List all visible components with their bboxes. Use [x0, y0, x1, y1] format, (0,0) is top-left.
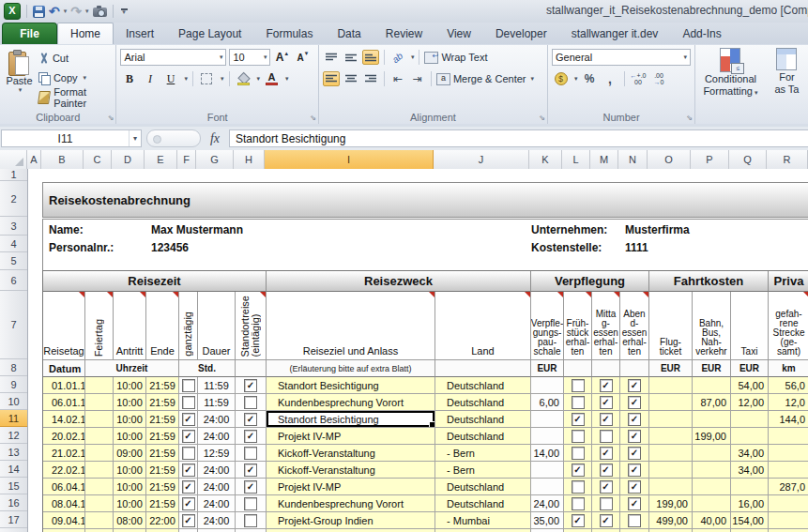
- cell-holiday[interactable]: [85, 495, 114, 512]
- cell-end[interactable]: 21:59: [146, 479, 179, 495]
- cell-end[interactable]: 22:00: [146, 512, 179, 529]
- cell-breakfast[interactable]: [564, 445, 592, 462]
- cell-onsite[interactable]: [236, 394, 267, 411]
- cell-date[interactable]: 06.01.12: [43, 394, 85, 411]
- cell-duration[interactable]: 11:59: [198, 377, 236, 394]
- cell-allday[interactable]: ✓: [179, 512, 198, 529]
- cell-flight[interactable]: [649, 411, 693, 428]
- cell-lunch[interactable]: ✓: [592, 512, 620, 529]
- shrink-font-button[interactable]: A▼: [294, 49, 312, 66]
- cell-duration[interactable]: 24:00: [198, 495, 236, 512]
- orientation-button[interactable]: ab: [389, 50, 406, 65]
- checkbox-dinner[interactable]: ✓: [628, 447, 641, 460]
- cell-allowance[interactable]: 14,00: [531, 445, 564, 462]
- cell-allday[interactable]: [179, 394, 198, 411]
- undo-caret-icon[interactable]: ▾: [64, 8, 68, 15]
- sheet[interactable]: Reisekostenabrechnung Name: Max Musterma…: [28, 169, 808, 532]
- cell-train[interactable]: 40,00: [693, 512, 731, 529]
- increase-decimal-button[interactable]: ←+.000: [630, 70, 648, 87]
- cell-duration[interactable]: 11:59: [198, 394, 236, 411]
- excel-logo-icon[interactable]: X: [4, 3, 21, 20]
- cell-date[interactable]: 21.02.12: [43, 445, 85, 462]
- cell-flight[interactable]: [649, 394, 693, 411]
- cell-breakfast[interactable]: [564, 495, 592, 512]
- column-header-F[interactable]: F: [177, 150, 196, 169]
- cell-breakfast[interactable]: [564, 377, 592, 394]
- cell-lunch[interactable]: ✓: [592, 394, 620, 411]
- cell-dinner[interactable]: ✓: [620, 479, 649, 495]
- cell-purpose[interactable]: Projekt IV-MP: [267, 428, 435, 445]
- cell-breakfast[interactable]: [564, 428, 592, 445]
- cell-purpose[interactable]: Projekt IV-MP: [267, 479, 435, 495]
- dialog-launcher-icon[interactable]: ⇘: [108, 114, 114, 122]
- cell-duration[interactable]: 24:00: [198, 411, 236, 428]
- checkbox-allday[interactable]: [182, 447, 195, 460]
- cell-allowance[interactable]: 6,00: [531, 394, 564, 411]
- costcenter-value[interactable]: 1111: [625, 241, 648, 254]
- cell-onsite[interactable]: ✓: [236, 462, 267, 479]
- underline-caret-icon[interactable]: ▾: [184, 75, 188, 83]
- cell-date[interactable]: 09.04.12: [43, 512, 85, 529]
- decrease-indent-button[interactable]: ⇤: [389, 71, 406, 86]
- cell-end[interactable]: 21:59: [146, 377, 179, 394]
- cell-onsite[interactable]: ✓: [236, 428, 267, 445]
- cell-km[interactable]: [769, 495, 808, 512]
- tab-insert[interactable]: Insert: [114, 23, 166, 44]
- column-header-A[interactable]: A: [27, 150, 41, 169]
- checkbox-lunch[interactable]: ✓: [600, 447, 613, 460]
- cell-km[interactable]: [769, 428, 808, 445]
- cell-flight[interactable]: [649, 462, 693, 479]
- cell-start[interactable]: 10:00: [114, 411, 146, 428]
- name-box-caret-icon[interactable]: ▾: [129, 130, 141, 146]
- cell-holiday[interactable]: [85, 394, 114, 411]
- cell-purpose[interactable]: Projekt-Group Indien: [267, 512, 435, 529]
- column-header-E[interactable]: E: [145, 150, 177, 169]
- cell-country[interactable]: Deutschland: [435, 394, 531, 411]
- cell-start[interactable]: 10:00: [114, 479, 146, 495]
- percent-button[interactable]: %: [581, 70, 599, 87]
- column-header-H[interactable]: H: [234, 150, 265, 169]
- cell-flight[interactable]: [649, 428, 693, 445]
- cell-dinner[interactable]: [620, 512, 649, 529]
- wrap-text-button[interactable]: Wrap Text: [424, 49, 487, 66]
- cell-holiday[interactable]: [85, 428, 114, 445]
- fill-color-caret-icon[interactable]: ▾: [257, 75, 261, 83]
- row-header-13[interactable]: 13: [0, 444, 27, 461]
- insert-function-icon[interactable]: fx: [201, 131, 229, 146]
- cell-lunch[interactable]: ✓: [592, 377, 620, 394]
- font-color-caret-icon[interactable]: ▾: [285, 75, 289, 83]
- cell-country[interactable]: - Mumbai: [435, 512, 531, 529]
- tab-home[interactable]: Home: [57, 23, 114, 44]
- checkbox-allday[interactable]: ✓: [182, 514, 195, 527]
- cell-lunch[interactable]: ✓: [592, 445, 620, 462]
- cell-end[interactable]: 21:59: [146, 394, 179, 411]
- cell-start[interactable]: 09:00: [114, 445, 146, 462]
- cell-allowance[interactable]: [531, 377, 564, 394]
- cell-start[interactable]: 08:00: [114, 512, 146, 529]
- cell-lunch[interactable]: [592, 428, 620, 445]
- cell-allday[interactable]: [179, 445, 198, 462]
- dialog-launcher-icon[interactable]: ⇘: [686, 114, 693, 122]
- align-bottom-button[interactable]: [362, 50, 379, 65]
- checkbox-dinner[interactable]: ✓: [628, 379, 641, 392]
- cell-start[interactable]: 10:00: [114, 462, 146, 479]
- conditional-formatting-button[interactable]: ≤ Conditional Formatting▾: [699, 48, 762, 110]
- cell-taxi[interactable]: 16,00: [731, 495, 769, 512]
- accounting-format-button[interactable]: $: [552, 70, 570, 87]
- cell-onsite[interactable]: ✓: [236, 411, 267, 428]
- save-icon[interactable]: [33, 6, 45, 18]
- cell-holiday[interactable]: [85, 512, 114, 529]
- checkbox-lunch[interactable]: ✓: [600, 413, 613, 426]
- tab-data[interactable]: Data: [325, 23, 373, 44]
- column-header-B[interactable]: B: [41, 150, 84, 169]
- cell-holiday[interactable]: [85, 479, 114, 495]
- cell-start[interactable]: 10:00: [114, 428, 146, 445]
- column-header-D[interactable]: D: [112, 150, 145, 169]
- cell-train[interactable]: [693, 411, 731, 428]
- cell-start[interactable]: 10:00: [114, 495, 146, 512]
- row-header-5[interactable]: 5: [0, 252, 27, 270]
- checkbox-dinner[interactable]: ✓: [628, 480, 641, 494]
- checkbox-dinner[interactable]: [628, 514, 641, 527]
- row-header-1[interactable]: 1: [0, 169, 27, 181]
- cell-duration[interactable]: 24:00: [198, 462, 236, 479]
